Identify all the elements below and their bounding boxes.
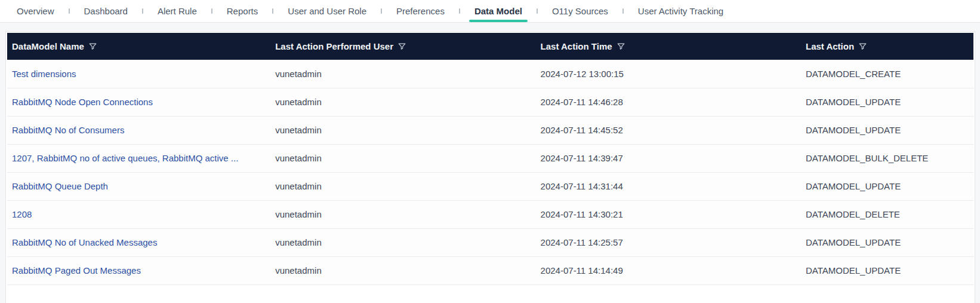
tab-alert-rule[interactable]: Alert Rule — [156, 0, 199, 22]
tab-preferences[interactable]: Preferences — [395, 0, 446, 22]
datamodel-name-link[interactable]: RabbitMQ Node Open Connections — [12, 97, 153, 107]
last-action-cell: DATAMODEL_UPDATE — [801, 172, 973, 200]
datamodel-name-cell: Test dimensions — [7, 60, 270, 88]
tab-separator — [537, 8, 538, 14]
table-row: Test dimensions vunetadmin 2024-07-12 13… — [7, 60, 973, 88]
last-action-time-cell: 2024-07-11 14:31:44 — [536, 172, 801, 200]
datamodel-name-cell: RabbitMQ Node Open Connections — [7, 88, 270, 116]
column-header-last-action-time: Last Action Time — [536, 33, 801, 60]
column-header-label: Last Action — [806, 41, 854, 51]
tab-data-model[interactable]: Data Model — [473, 0, 524, 22]
tab-separator — [622, 8, 624, 14]
tab-dashboard[interactable]: Dashboard — [82, 0, 130, 22]
datamodel-name-link[interactable]: Test dimensions — [12, 69, 76, 79]
last-action-time-cell: 2024-07-12 13:00:15 — [536, 60, 801, 88]
last-action-time-cell: 2024-07-11 14:25:57 — [536, 228, 801, 256]
column-header-last-action: Last Action — [801, 33, 973, 60]
data-model-table: DataModel Name Last Action Performed Use… — [7, 33, 973, 285]
datamodel-name-link[interactable]: 1207, RabbitMQ no of active queues, Rabb… — [12, 153, 238, 163]
last-action-time-cell: 2024-07-11 14:30:21 — [536, 200, 801, 228]
table-row: RabbitMQ Queue Depth vunetadmin 2024-07-… — [7, 172, 973, 200]
tab-separator — [69, 8, 70, 14]
last-action-cell: DATAMODEL_CREATE — [801, 60, 973, 88]
tab-overview[interactable]: Overview — [15, 0, 56, 22]
tab-separator — [459, 8, 460, 14]
last-action-user-cell: vunetadmin — [270, 144, 535, 172]
filter-funnel-icon[interactable] — [617, 42, 625, 51]
column-header-datamodel-name: DataModel Name — [7, 33, 270, 60]
last-action-user-cell: vunetadmin — [270, 256, 535, 284]
table-row: RabbitMQ No of Unacked Messages vunetadm… — [7, 228, 973, 256]
column-header-label: Last Action Performed User — [275, 41, 393, 51]
datamodel-name-link[interactable]: RabbitMQ Queue Depth — [12, 181, 108, 191]
table-row: 1208 vunetadmin 2024-07-11 14:30:21 DATA… — [7, 200, 973, 228]
column-header-label: Last Action Time — [541, 41, 612, 51]
last-action-user-cell: vunetadmin — [270, 116, 535, 144]
column-header-label: DataModel Name — [12, 41, 84, 51]
tab-o11y-sources[interactable]: O11y Sources — [550, 0, 610, 22]
datamodel-name-link[interactable]: RabbitMQ No of Unacked Messages — [12, 237, 157, 247]
last-action-cell: DATAMODEL_UPDATE — [801, 88, 973, 116]
tab-reports[interactable]: Reports — [225, 0, 260, 22]
last-action-cell: DATAMODEL_BULK_DELETE — [801, 144, 973, 172]
datamodel-name-cell: RabbitMQ Queue Depth — [7, 172, 270, 200]
tab-list: Overview Dashboard Alert Rule Reports Us… — [15, 0, 725, 22]
last-action-cell: DATAMODEL_UPDATE — [801, 228, 973, 256]
last-action-time-cell: 2024-07-11 14:45:52 — [536, 116, 801, 144]
column-header-last-action-performed-user: Last Action Performed User — [270, 33, 535, 60]
data-model-table-card: DataModel Name Last Action Performed Use… — [5, 31, 975, 303]
last-action-time-cell: 2024-07-11 14:39:47 — [536, 144, 801, 172]
filter-funnel-icon[interactable] — [858, 42, 867, 51]
tab-separator — [272, 8, 273, 14]
table-row: RabbitMQ No of Consumers vunetadmin 2024… — [7, 116, 973, 144]
datamodel-name-cell: 1208 — [7, 200, 270, 228]
last-action-user-cell: vunetadmin — [270, 172, 535, 200]
datamodel-name-cell: RabbitMQ No of Consumers — [7, 116, 270, 144]
last-action-user-cell: vunetadmin — [270, 88, 535, 116]
tab-user-and-user-role[interactable]: User and User Role — [286, 0, 368, 22]
filter-funnel-icon[interactable] — [88, 42, 97, 51]
datamodel-name-link[interactable]: RabbitMQ No of Consumers — [12, 125, 124, 135]
datamodel-name-cell: RabbitMQ Paged Out Messages — [7, 256, 270, 284]
top-tab-bar: Overview Dashboard Alert Rule Reports Us… — [0, 0, 980, 23]
last-action-time-cell: 2024-07-11 14:46:28 — [536, 88, 801, 116]
tab-separator — [211, 8, 212, 14]
datamodel-name-link[interactable]: RabbitMQ Paged Out Messages — [12, 265, 141, 276]
table-row: RabbitMQ Node Open Connections vunetadmi… — [7, 88, 973, 116]
last-action-user-cell: vunetadmin — [270, 228, 535, 256]
last-action-cell: DATAMODEL_DELETE — [801, 200, 973, 228]
datamodel-name-link[interactable]: 1208 — [12, 209, 32, 219]
last-action-time-cell: 2024-07-11 14:14:49 — [536, 256, 801, 284]
datamodel-name-cell: RabbitMQ No of Unacked Messages — [7, 228, 270, 256]
table-row: 1207, RabbitMQ no of active queues, Rabb… — [7, 144, 973, 172]
last-action-user-cell: vunetadmin — [270, 200, 535, 228]
last-action-user-cell: vunetadmin — [270, 60, 535, 88]
tab-user-activity-tracking[interactable]: User Activity Tracking — [636, 0, 725, 22]
table-header-row: DataModel Name Last Action Performed Use… — [7, 33, 973, 60]
datamodel-name-cell: 1207, RabbitMQ no of active queues, Rabb… — [7, 144, 270, 172]
table-row: RabbitMQ Paged Out Messages vunetadmin 2… — [7, 256, 973, 284]
filter-funnel-icon[interactable] — [397, 42, 406, 51]
last-action-cell: DATAMODEL_UPDATE — [801, 116, 973, 144]
tab-separator — [142, 8, 143, 14]
tab-separator — [381, 8, 382, 14]
last-action-cell: DATAMODEL_UPDATE — [801, 256, 973, 284]
